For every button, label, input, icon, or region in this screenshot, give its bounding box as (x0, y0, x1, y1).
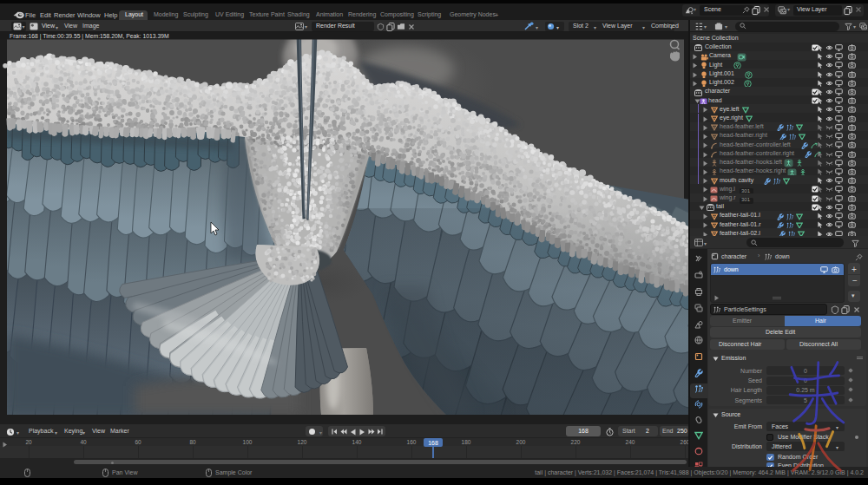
svg-text:Frame:168 | Time:00:39.55 | Me: Frame:168 | Time:00:39.55 | Mem:158.20M,… (10, 33, 169, 40)
